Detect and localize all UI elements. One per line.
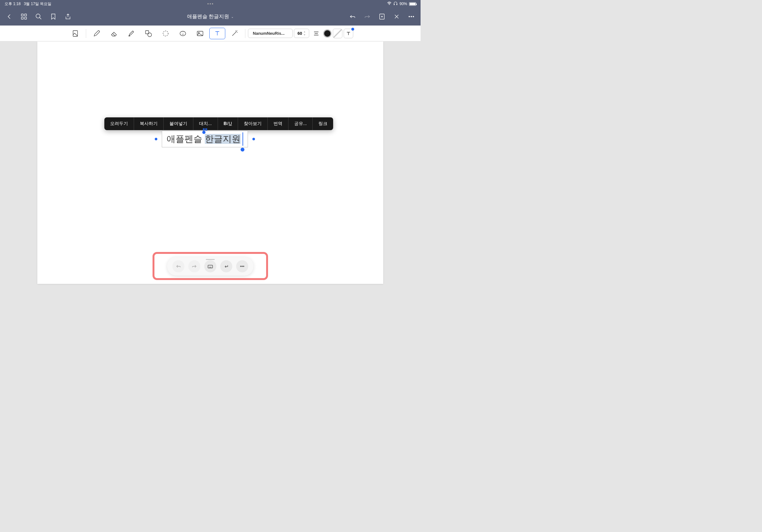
battery-icon xyxy=(409,2,416,6)
search-button[interactable] xyxy=(35,13,42,20)
svg-point-7 xyxy=(36,14,40,18)
scribble-more-button[interactable] xyxy=(236,260,248,272)
undo-button[interactable] xyxy=(349,13,356,20)
ctx-biu[interactable]: BIU xyxy=(218,117,238,130)
resize-handle-left[interactable] xyxy=(155,138,157,140)
stepper-icon: ⌃⌄ xyxy=(303,32,306,35)
pen-tool[interactable] xyxy=(89,28,105,39)
text-plain: 애플펜슬 xyxy=(167,134,205,144)
headphones-icon xyxy=(393,1,398,6)
svg-point-22 xyxy=(243,266,244,267)
text-selected: 한글지원 xyxy=(205,134,241,144)
text-input[interactable]: 애플펜슬 한글지원 xyxy=(162,131,248,147)
scribble-toolbar[interactable] xyxy=(167,257,253,276)
textbox-container[interactable]: 애플펜슬 한글지원 xyxy=(162,131,248,147)
svg-point-21 xyxy=(242,266,243,267)
svg-rect-5 xyxy=(21,17,23,19)
close-button[interactable] xyxy=(393,13,400,20)
ctx-link[interactable]: 링크 xyxy=(313,117,333,130)
return-button[interactable] xyxy=(220,260,232,272)
nav-bar: 애플펜슬 한글지원 ⌄ xyxy=(0,8,420,26)
align-button[interactable] xyxy=(311,28,322,39)
shape-tool[interactable] xyxy=(140,28,156,39)
canvas-area[interactable]: 오려두기 복사하기 붙여넣기 대치... BIU 찾아보기 번역 공유... 링… xyxy=(0,41,420,293)
divider xyxy=(86,29,86,38)
eraser-tool[interactable] xyxy=(106,28,122,39)
svg-point-0 xyxy=(389,4,390,5)
svg-rect-19 xyxy=(208,265,212,268)
svg-rect-1 xyxy=(394,4,395,5)
document-title[interactable]: 애플펜슬 한글지원 ⌄ xyxy=(187,13,234,20)
multitask-dots[interactable] xyxy=(207,3,213,4)
svg-point-20 xyxy=(240,266,241,267)
redo-button[interactable] xyxy=(364,13,371,20)
scribble-undo-button[interactable] xyxy=(172,260,185,272)
more-button[interactable] xyxy=(408,13,415,20)
svg-point-9 xyxy=(409,16,410,17)
bg-color-swatch[interactable] xyxy=(333,29,343,38)
svg-point-18 xyxy=(198,32,199,33)
selection-handle-start[interactable] xyxy=(202,131,205,134)
selection-handle-end[interactable] xyxy=(241,148,244,152)
scribble-redo-button[interactable] xyxy=(188,260,200,272)
svg-rect-6 xyxy=(25,17,27,19)
ctx-share[interactable]: 공유... xyxy=(288,117,313,130)
font-select[interactable]: NanumNeuRis... xyxy=(248,29,293,38)
svg-point-15 xyxy=(163,31,168,36)
status-time: 오후 1:18 xyxy=(4,1,21,7)
ctx-cut[interactable]: 오려두기 xyxy=(104,117,134,130)
image-tool[interactable] xyxy=(192,28,208,39)
battery-percent: 90% xyxy=(400,2,407,6)
svg-point-11 xyxy=(413,16,414,17)
highlighter-tool[interactable] xyxy=(123,28,139,39)
textbox-insert-button[interactable] xyxy=(344,29,353,38)
keyboard-button[interactable] xyxy=(204,260,216,272)
back-button[interactable] xyxy=(6,13,13,20)
add-page-button[interactable] xyxy=(378,13,385,20)
divider xyxy=(245,29,245,38)
ctx-copy[interactable]: 복사하기 xyxy=(134,117,164,130)
chevron-down-icon: ⌄ xyxy=(231,15,234,19)
svg-point-16 xyxy=(180,31,186,36)
drag-handle-icon[interactable] xyxy=(206,259,215,260)
ctx-paste[interactable]: 붙여넣기 xyxy=(164,117,193,130)
ctx-translate[interactable]: 번역 xyxy=(268,117,288,130)
status-bar: 오후 1:18 3월 17일 목요일 90% xyxy=(0,0,420,8)
sticker-tool[interactable] xyxy=(175,28,191,39)
svg-point-14 xyxy=(148,33,152,37)
svg-rect-2 xyxy=(396,4,397,5)
magic-tool[interactable] xyxy=(227,28,243,39)
grid-view-button[interactable] xyxy=(21,13,28,20)
ctx-lookup[interactable]: 찾아보기 xyxy=(238,117,268,130)
share-button[interactable] xyxy=(64,13,71,20)
drag-handle[interactable] xyxy=(202,127,208,131)
font-size-select[interactable]: 60 ⌃⌄ xyxy=(294,29,309,38)
text-color-swatch[interactable] xyxy=(323,29,332,37)
toolbar: NanumNeuRis... 60 ⌃⌄ xyxy=(0,26,420,41)
highlight-annotation xyxy=(153,252,268,280)
svg-rect-3 xyxy=(21,14,23,16)
resize-handle-right[interactable] xyxy=(253,138,255,140)
text-tool[interactable] xyxy=(209,28,225,39)
text-cursor xyxy=(243,132,243,146)
page-setup-tool[interactable] xyxy=(67,28,83,39)
svg-point-10 xyxy=(411,16,412,17)
status-date: 3월 17일 목요일 xyxy=(24,1,52,7)
wifi-icon xyxy=(387,2,392,6)
context-menu: 오려두기 복사하기 붙여넣기 대치... BIU 찾아보기 번역 공유... 링… xyxy=(104,117,333,130)
lasso-tool[interactable] xyxy=(158,28,174,39)
bookmark-button[interactable] xyxy=(50,13,57,20)
svg-rect-4 xyxy=(25,14,27,16)
page[interactable]: 오려두기 복사하기 붙여넣기 대치... BIU 찾아보기 번역 공유... 링… xyxy=(37,41,383,284)
